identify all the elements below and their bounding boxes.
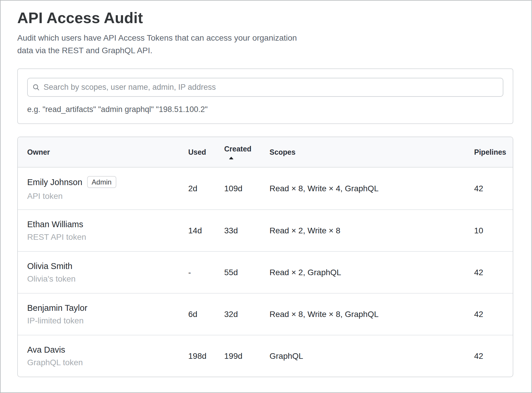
admin-badge: Admin — [87, 176, 116, 188]
owner-name: Ava Davis — [27, 345, 65, 354]
pipelines-cell: 10 — [474, 226, 513, 235]
pipelines-cell: 42 — [474, 351, 513, 361]
used-cell: 198d — [188, 351, 224, 361]
owner-cell: Emily Johnson Admin API token — [18, 176, 188, 201]
scopes-cell: Read × 2, Write × 8 — [270, 226, 474, 235]
table-row[interactable]: Ava Davis GraphQL token 198d 199d GraphQ… — [18, 335, 513, 377]
created-cell: 55d — [224, 268, 270, 277]
created-cell: 33d — [224, 226, 270, 235]
table-row[interactable]: Ethan Williams REST API token 14d 33d Re… — [18, 209, 513, 251]
created-cell: 32d — [224, 310, 270, 319]
table-row[interactable]: Olivia Smith Olivia's token - 55d Read ×… — [18, 251, 513, 293]
used-cell: 6d — [188, 310, 224, 319]
owner-cell: Benjamin Taylor IP-limited token — [18, 303, 188, 325]
column-header-created-label: Created — [224, 145, 251, 153]
column-header-used[interactable]: Used — [188, 148, 224, 156]
pipelines-cell: 42 — [474, 310, 513, 319]
page: API Access Audit Audit which users have … — [0, 0, 532, 393]
table-body: Emily Johnson Admin API token 2d 109d Re… — [18, 168, 513, 377]
page-title: API Access Audit — [17, 9, 513, 27]
table-row[interactable]: Emily Johnson Admin API token 2d 109d Re… — [18, 168, 513, 209]
owner-cell: Ava Davis GraphQL token — [18, 345, 188, 367]
token-name: Olivia's token — [27, 274, 188, 284]
scopes-cell: Read × 2, GraphQL — [270, 268, 474, 277]
column-header-owner[interactable]: Owner — [18, 148, 188, 156]
table-row[interactable]: Benjamin Taylor IP-limited token 6d 32d … — [18, 293, 513, 335]
owner-line: Emily Johnson Admin — [27, 176, 188, 188]
owner-name: Benjamin Taylor — [27, 303, 87, 313]
column-header-created[interactable]: Created — [224, 145, 270, 159]
owner-name: Olivia Smith — [27, 261, 72, 271]
used-cell: 14d — [188, 226, 224, 235]
owner-line: Ethan Williams — [27, 220, 188, 229]
token-name: API token — [27, 192, 188, 201]
owner-cell: Olivia Smith Olivia's token — [18, 261, 188, 284]
main-content: API Access Audit Audit which users have … — [17, 9, 513, 377]
search-icon — [32, 83, 40, 91]
page-subtitle: Audit which users have API Access Tokens… — [17, 32, 310, 57]
owner-line: Ava Davis — [27, 345, 188, 354]
pipelines-cell: 42 — [474, 184, 513, 193]
scopes-cell: Read × 8, Write × 8, GraphQL — [270, 310, 474, 319]
owner-line: Olivia Smith — [27, 261, 188, 271]
search-panel: e.g. "read_artifacts" "admin graphql" "1… — [17, 68, 513, 124]
search-hint: e.g. "read_artifacts" "admin graphql" "1… — [27, 105, 503, 114]
token-name: IP-limited token — [27, 316, 188, 325]
owner-name: Ethan Williams — [27, 220, 83, 229]
owner-line: Benjamin Taylor — [27, 303, 188, 313]
api-tokens-table: Owner Used Created Scopes Pipelines Emil… — [17, 137, 513, 377]
table-header-row: Owner Used Created Scopes Pipelines — [18, 137, 513, 168]
token-name: GraphQL token — [27, 358, 188, 367]
owner-name: Emily Johnson — [27, 177, 82, 187]
created-cell: 199d — [224, 351, 270, 361]
pipelines-cell: 42 — [474, 268, 513, 277]
token-name: REST API token — [27, 232, 188, 242]
owner-cell: Ethan Williams REST API token — [18, 220, 188, 242]
search-box[interactable] — [27, 78, 503, 97]
column-header-pipelines[interactable]: Pipelines — [474, 148, 513, 156]
sort-ascending-icon — [229, 157, 234, 159]
search-input[interactable] — [44, 83, 497, 92]
created-cell: 109d — [224, 184, 270, 193]
column-header-scopes[interactable]: Scopes — [270, 148, 474, 156]
scopes-cell: Read × 8, Write × 4, GraphQL — [270, 184, 474, 193]
used-cell: - — [188, 268, 224, 277]
scopes-cell: GraphQL — [270, 351, 474, 361]
used-cell: 2d — [188, 184, 224, 193]
